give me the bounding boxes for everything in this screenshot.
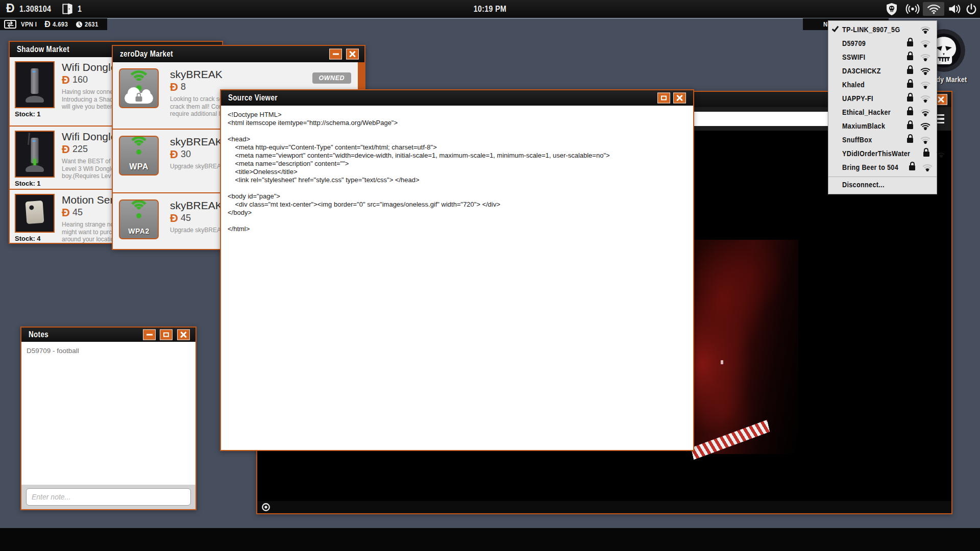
source-viewer-window: Source Viewer <!Doctype HTML> <html item…: [220, 89, 694, 451]
window-title: zeroDay Market: [120, 49, 173, 59]
wifi-network-item[interactable]: SSWIFI: [828, 50, 937, 64]
wifi-signal-icon: [918, 107, 932, 117]
maximize-icon[interactable]: [160, 330, 173, 340]
window-title: Source Viewer: [228, 93, 278, 103]
minimize-icon[interactable]: [329, 49, 342, 60]
wifi-signal-icon: [935, 148, 948, 158]
power-icon[interactable]: [965, 2, 978, 16]
wifi-disconnect-item[interactable]: Disconnect...: [828, 177, 937, 192]
lock-icon: [907, 138, 913, 143]
wifi-ssid: DA3CHICKZ: [842, 66, 897, 75]
note-text: D59709 - football: [21, 342, 195, 485]
door-icon: [61, 3, 74, 17]
note-input-bar: [21, 485, 195, 509]
wifi-ssid: UAPPY-FI: [842, 94, 897, 103]
vpn-label: VPN I: [21, 20, 37, 28]
lock-icon: [907, 96, 913, 102]
note-input[interactable]: [26, 488, 191, 506]
wifi-network-item[interactable]: D59709: [828, 36, 937, 50]
webpage-image: [694, 240, 798, 454]
item-price: 45: [181, 213, 191, 223]
zeroday-market-titlebar[interactable]: zeroDay Market: [113, 46, 364, 62]
taskbar-status-group[interactable]: VPN I Ð 4.693 2631: [0, 18, 107, 30]
wifi-ssid: YDidIOrderThisWater: [842, 149, 910, 158]
antivirus-skull-shield-icon[interactable]: [884, 2, 899, 16]
wifi-signal-icon: [918, 66, 932, 76]
disconnect-label: Disconnect...: [842, 180, 918, 189]
wifi-network-item[interactable]: MaxiumBlack: [828, 119, 937, 133]
browser-statusbar: [257, 501, 951, 513]
wifi-ssid: SSWIFI: [842, 53, 897, 61]
stock-label: Stock: 4: [15, 235, 55, 242]
wifi-ssid: MaxiumBlack: [842, 121, 897, 130]
artwork-highlight: [721, 360, 723, 364]
notes-titlebar[interactable]: Notes: [21, 328, 195, 342]
wifi-network-item[interactable]: Ethical_Hacker: [828, 105, 937, 119]
system-clock: 10:19 PM: [79, 4, 902, 14]
bitcoin-balance: 1.308104: [19, 4, 51, 14]
wifi-network-item[interactable]: SnuffBox: [828, 133, 937, 146]
item-price: 30: [181, 149, 191, 160]
wifi-network-item[interactable]: DA3CHICKZ: [828, 64, 937, 78]
currency-icon: Ð: [44, 20, 51, 29]
clock-icon: [76, 21, 83, 28]
wifi-ssid: Bring Beer to 504: [842, 163, 898, 171]
wifi-network-item[interactable]: TP-LINK_8907_5G: [828, 22, 937, 36]
lock-icon: [909, 165, 915, 170]
stock-label: Stock: 1: [15, 180, 55, 187]
wifi-signal-icon: [918, 38, 932, 48]
loading-ring-icon[interactable]: [261, 503, 271, 514]
wallet-amount: 4.693: [53, 20, 68, 28]
wifi-ssid: SnuffBox: [842, 135, 897, 144]
wpa2-wifi-icon: WPA2: [119, 199, 159, 239]
lock-icon: [907, 41, 913, 46]
wifi-network-item[interactable]: YDidIOrderThisWater: [828, 146, 937, 160]
source-code-text: <!Doctype HTML> <html itemscope itemtype…: [221, 106, 693, 238]
item-price: 45: [72, 207, 83, 218]
wifi-signal-icon: [918, 24, 932, 34]
wifi-signal-icon: [920, 162, 934, 172]
window-title: Notes: [29, 330, 48, 339]
wifi-signal-icon: [918, 121, 932, 131]
lock-icon: [907, 124, 913, 129]
close-icon[interactable]: [177, 330, 190, 340]
minimize-icon[interactable]: [143, 330, 156, 340]
lock-icon: [907, 110, 913, 115]
wpa-wifi-icon: WPA: [119, 136, 159, 176]
currency-icon: Ð: [170, 82, 178, 92]
maximize-icon[interactable]: [657, 93, 670, 104]
close-icon[interactable]: [346, 49, 359, 60]
item-price: 225: [72, 144, 88, 155]
wifi-ssid: TP-LINK_8907_5G: [842, 25, 906, 34]
skybreak-cloud-lock-icon: [119, 68, 159, 108]
item-price: 160: [72, 74, 88, 85]
owned-badge: OWNED: [312, 72, 351, 84]
source-viewer-titlebar[interactable]: Source Viewer: [221, 90, 693, 106]
wifi-network-item[interactable]: Khaled: [828, 78, 937, 91]
wifi-tray-icon[interactable]: [923, 2, 944, 16]
lock-icon: [907, 69, 913, 74]
product-image-wifi-dongle: [15, 61, 55, 108]
wifi-signal-icon: [918, 135, 932, 144]
volume-icon[interactable]: [946, 2, 964, 16]
currency-icon: Ð: [62, 144, 70, 155]
wifi-network-item[interactable]: UAPPY-FI: [828, 91, 937, 105]
wifi-signal-icon: [918, 80, 932, 89]
timer-value: 2631: [85, 20, 99, 28]
wifi-ssid: D59709: [842, 39, 897, 47]
product-image-wifi-dongle: [15, 131, 55, 178]
close-icon[interactable]: [673, 93, 686, 104]
wifi-ssid: Khaled: [842, 80, 897, 89]
currency-icon: Ð: [6, 2, 15, 15]
striped-artwork: [689, 420, 772, 460]
wifi-ssid: Ethical_Hacker: [842, 108, 897, 116]
stock-label: Stock: 1: [15, 110, 55, 118]
wifi-network-item[interactable]: Bring Beer to 504: [828, 160, 937, 174]
exit-count: 1: [78, 4, 82, 14]
broadcast-icon[interactable]: [903, 2, 922, 16]
lock-icon: [923, 152, 929, 157]
product-image-motion-sensor: [15, 194, 55, 233]
window-title: Shadow Market: [17, 45, 69, 54]
notes-window: Notes D59709 - football: [20, 327, 197, 510]
vpn-icon: [4, 20, 16, 29]
